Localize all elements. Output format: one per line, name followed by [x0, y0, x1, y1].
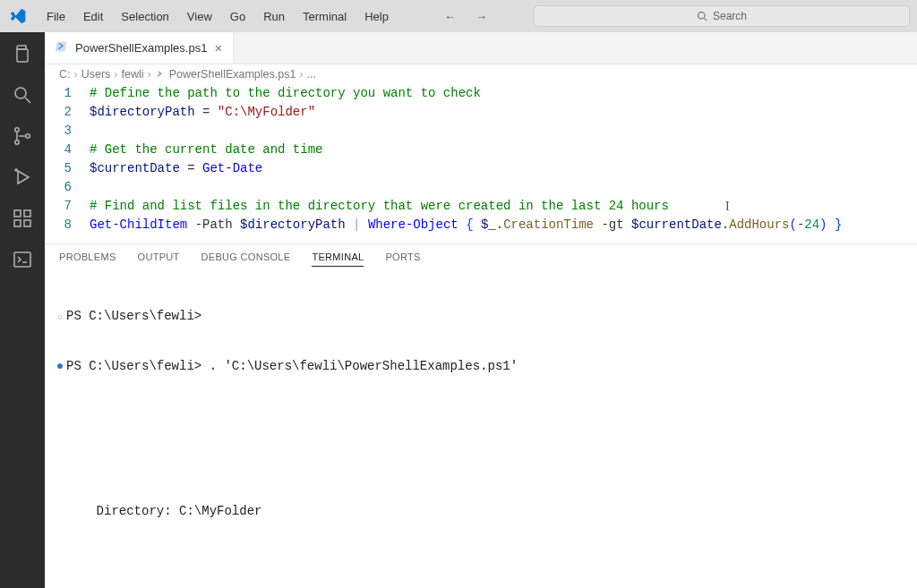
line-number: 3: [45, 122, 90, 141]
svg-rect-13: [14, 252, 30, 267]
nav-back-icon[interactable]: ←: [439, 8, 461, 25]
svg-point-7: [26, 134, 30, 138]
line-number: 1: [45, 84, 90, 103]
menu-view[interactable]: View: [178, 6, 221, 27]
terminal-line: PS C:\Users\fewli> . 'C:\Users\fewli\Pow…: [66, 358, 518, 374]
code-content[interactable]: # Find and list files in the directory t…: [90, 197, 669, 216]
search-icon: [697, 11, 707, 21]
source-control-icon[interactable]: [10, 124, 35, 149]
menu-selection[interactable]: Selection: [112, 6, 177, 27]
menu-file[interactable]: File: [38, 6, 74, 27]
activity-bar: [0, 32, 45, 588]
tab-filename: PowerShellExamples.ps1: [75, 41, 207, 55]
explorer-icon[interactable]: [10, 41, 35, 66]
line-number: 8: [45, 216, 90, 234]
line-number: 5: [45, 159, 90, 178]
code-content[interactable]: # Get the current date and time: [90, 141, 322, 159]
code-content[interactable]: # Define the path to the directory you w…: [90, 84, 481, 103]
svg-point-3: [15, 88, 26, 98]
code-content[interactable]: [90, 122, 97, 141]
vscode-logo-icon: [7, 5, 29, 27]
code-content[interactable]: $currentDate = Get-Date: [90, 159, 262, 178]
svg-rect-12: [24, 210, 30, 217]
terminal-line: Directory: C:\MyFolder: [66, 503, 261, 519]
svg-point-8: [15, 169, 17, 171]
run-debug-icon[interactable]: [10, 165, 35, 190]
terminal-marker-icon: ●: [54, 358, 66, 372]
line-number: 2: [45, 103, 90, 122]
breadcrumb[interactable]: C:› Users› fewli› PowerShellExamples.ps1…: [45, 64, 917, 84]
close-tab-icon[interactable]: ×: [214, 40, 222, 55]
panel-tab-debug-console[interactable]: DEBUG CONSOLE: [201, 251, 291, 267]
tab-powershellexamples[interactable]: PowerShellExamples.ps1 ×: [45, 32, 234, 64]
titlebar-center: ← →: [399, 8, 532, 25]
command-center-search[interactable]: Search: [534, 5, 910, 27]
breadcrumb-part[interactable]: fewli: [122, 68, 144, 81]
svg-point-6: [15, 141, 19, 144]
panel-tab-terminal[interactable]: TERMINAL: [312, 251, 364, 267]
code-line[interactable]: 6: [45, 178, 917, 197]
svg-rect-11: [24, 220, 30, 226]
line-number: 4: [45, 141, 90, 159]
editor-area: PowerShellExamples.ps1 × C:› Users› fewl…: [45, 32, 917, 588]
panel-tab-problems[interactable]: PROBLEMS: [59, 251, 116, 267]
breadcrumb-part[interactable]: Users: [81, 68, 111, 81]
code-editor[interactable]: 1# Define the path to the directory you …: [45, 84, 917, 243]
nav-forward-icon[interactable]: →: [470, 8, 493, 25]
svg-point-5: [15, 128, 19, 132]
line-number: 6: [45, 178, 90, 197]
svg-rect-9: [14, 210, 21, 217]
code-line[interactable]: 4# Get the current date and time: [45, 141, 917, 159]
line-number: 7: [45, 197, 90, 216]
powershell-file-icon: [155, 69, 166, 80]
menu-bar: FileEditSelectionViewGoRunTerminalHelp: [38, 6, 398, 27]
editor-tabs: PowerShellExamples.ps1 ×: [45, 32, 917, 64]
text-cursor-icon: I: [725, 197, 730, 216]
code-line[interactable]: 2$directoryPath = "C:\MyFolder": [45, 103, 917, 122]
bottom-panel: PROBLEMSOUTPUTDEBUG CONSOLETERMINALPORTS…: [45, 243, 917, 588]
code-content[interactable]: $directoryPath = "C:\MyFolder": [90, 103, 315, 122]
menu-edit[interactable]: Edit: [74, 6, 112, 27]
terminal-activity-icon[interactable]: [10, 247, 35, 272]
breadcrumb-part[interactable]: C:: [59, 68, 71, 81]
svg-line-1: [704, 18, 707, 21]
terminal-line: PS C:\Users\fewli>: [66, 308, 201, 324]
terminal-marker-icon: ○: [54, 308, 66, 326]
panel-tabs: PROBLEMSOUTPUTDEBUG CONSOLETERMINALPORTS: [45, 244, 917, 272]
terminal-view[interactable]: ○ PS C:\Users\fewli> ● PS C:\Users\fewli…: [45, 272, 917, 588]
breadcrumb-trail[interactable]: ...: [307, 68, 316, 81]
panel-tab-ports[interactable]: PORTS: [385, 251, 420, 267]
code-line[interactable]: 7# Find and list files in the directory …: [45, 197, 917, 216]
panel-tab-output[interactable]: OUTPUT: [138, 251, 180, 267]
svg-rect-2: [17, 49, 28, 62]
titlebar: FileEditSelectionViewGoRunTerminalHelp ←…: [0, 0, 917, 32]
code-content[interactable]: Get-ChildItem -Path $directoryPath | Whe…: [90, 216, 842, 234]
code-content[interactable]: [90, 178, 97, 197]
code-line[interactable]: 8Get-ChildItem -Path $directoryPath | Wh…: [45, 216, 917, 234]
powershell-file-icon: [56, 40, 68, 55]
menu-terminal[interactable]: Terminal: [294, 6, 356, 27]
menu-go[interactable]: Go: [221, 6, 254, 27]
svg-point-0: [698, 13, 705, 20]
search-activity-icon[interactable]: [10, 82, 35, 107]
search-placeholder: Search: [713, 10, 747, 22]
menu-help[interactable]: Help: [356, 6, 398, 27]
code-line[interactable]: 1# Define the path to the directory you …: [45, 84, 917, 103]
svg-line-4: [25, 98, 30, 103]
code-line[interactable]: 3: [45, 122, 917, 141]
extensions-icon[interactable]: [10, 206, 35, 231]
svg-rect-10: [14, 220, 21, 226]
code-line[interactable]: 5$currentDate = Get-Date: [45, 159, 917, 178]
menu-run[interactable]: Run: [254, 6, 294, 27]
breadcrumb-file[interactable]: PowerShellExamples.ps1: [169, 68, 296, 81]
